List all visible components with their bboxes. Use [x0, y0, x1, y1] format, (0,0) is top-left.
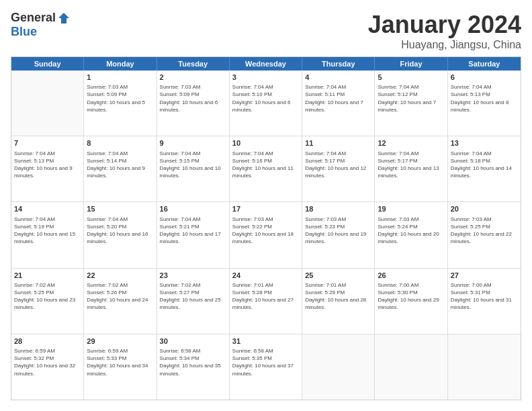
cell-info: Sunrise: 7:02 AM Sunset: 5:25 PM Dayligh… — [14, 281, 81, 312]
table-row: 31Sunrise: 6:58 AM Sunset: 5:35 PM Dayli… — [230, 334, 302, 400]
month-title: January 2024 — [368, 11, 521, 39]
header: General Blue January 2024 Huayang, Jiang… — [11, 11, 521, 51]
calendar-row: 1Sunrise: 7:03 AM Sunset: 5:09 PM Daylig… — [11, 71, 521, 136]
day-number: 17 — [232, 204, 299, 214]
table-row: 27Sunrise: 7:00 AM Sunset: 5:31 PM Dayli… — [448, 269, 521, 334]
calendar-header: Sunday Monday Tuesday Wednesday Thursday… — [11, 57, 521, 71]
calendar-row: 21Sunrise: 7:02 AM Sunset: 5:25 PM Dayli… — [11, 269, 521, 334]
calendar-row: 14Sunrise: 7:04 AM Sunset: 5:19 PM Dayli… — [11, 202, 521, 268]
cell-info: Sunrise: 7:04 AM Sunset: 5:13 PM Dayligh… — [14, 150, 81, 180]
table-row: 11Sunrise: 7:04 AM Sunset: 5:17 PM Dayli… — [302, 136, 375, 201]
table-row: 17Sunrise: 7:03 AM Sunset: 5:22 PM Dayli… — [230, 202, 302, 267]
table-row: 25Sunrise: 7:01 AM Sunset: 5:29 PM Dayli… — [302, 269, 375, 334]
cell-info: Sunrise: 7:04 AM Sunset: 5:17 PM Dayligh… — [378, 150, 444, 180]
day-number: 15 — [87, 204, 153, 214]
cell-info: Sunrise: 7:00 AM Sunset: 5:30 PM Dayligh… — [378, 281, 444, 312]
table-row: 6Sunrise: 7:04 AM Sunset: 5:13 PM Daylig… — [448, 71, 521, 136]
day-number: 3 — [232, 73, 299, 82]
cell-info: Sunrise: 7:01 AM Sunset: 5:28 PM Dayligh… — [232, 281, 299, 312]
day-number: 10 — [232, 138, 299, 148]
cell-info: Sunrise: 6:58 AM Sunset: 5:35 PM Dayligh… — [232, 347, 299, 377]
calendar: Sunday Monday Tuesday Wednesday Thursday… — [11, 56, 521, 400]
day-number: 9 — [160, 138, 226, 148]
table-row: 2Sunrise: 7:03 AM Sunset: 5:09 PM Daylig… — [157, 71, 230, 136]
day-number: 6 — [451, 73, 518, 82]
table-row — [11, 71, 84, 136]
cell-info: Sunrise: 7:04 AM Sunset: 5:21 PM Dayligh… — [160, 216, 226, 246]
table-row — [448, 334, 521, 400]
calendar-body: 1Sunrise: 7:03 AM Sunset: 5:09 PM Daylig… — [11, 71, 521, 400]
day-number: 5 — [378, 73, 444, 82]
table-row: 21Sunrise: 7:02 AM Sunset: 5:25 PM Dayli… — [11, 269, 84, 334]
day-number: 31 — [232, 336, 299, 346]
day-number: 11 — [305, 138, 371, 148]
header-thursday: Thursday — [302, 57, 375, 71]
table-row: 4Sunrise: 7:04 AM Sunset: 5:11 PM Daylig… — [302, 71, 375, 136]
table-row — [375, 334, 447, 400]
header-monday: Monday — [84, 57, 157, 71]
day-number: 4 — [305, 73, 371, 82]
page: General Blue January 2024 Huayang, Jiang… — [0, 0, 532, 411]
day-number: 28 — [14, 336, 81, 346]
cell-info: Sunrise: 7:03 AM Sunset: 5:25 PM Dayligh… — [451, 216, 518, 246]
logo-general-text: General — [11, 11, 56, 25]
cell-info: Sunrise: 7:04 AM Sunset: 5:16 PM Dayligh… — [232, 150, 299, 180]
header-wednesday: Wednesday — [230, 57, 302, 71]
table-row: 22Sunrise: 7:02 AM Sunset: 5:26 PM Dayli… — [84, 269, 157, 334]
day-number: 7 — [14, 138, 81, 148]
table-row: 19Sunrise: 7:03 AM Sunset: 5:24 PM Dayli… — [375, 202, 447, 267]
cell-info: Sunrise: 7:03 AM Sunset: 5:24 PM Dayligh… — [378, 216, 444, 246]
table-row: 1Sunrise: 7:03 AM Sunset: 5:09 PM Daylig… — [84, 71, 157, 136]
calendar-row: 28Sunrise: 6:59 AM Sunset: 5:32 PM Dayli… — [11, 334, 521, 400]
cell-info: Sunrise: 7:04 AM Sunset: 5:19 PM Dayligh… — [14, 216, 81, 246]
day-number: 21 — [14, 271, 81, 280]
logo-icon — [57, 11, 71, 25]
cell-info: Sunrise: 7:03 AM Sunset: 5:09 PM Dayligh… — [160, 83, 226, 113]
day-number: 12 — [378, 138, 444, 148]
cell-info: Sunrise: 7:04 AM Sunset: 5:13 PM Dayligh… — [451, 83, 518, 113]
day-number: 19 — [378, 204, 444, 214]
header-sunday: Sunday — [11, 57, 84, 71]
day-number: 25 — [305, 271, 371, 280]
location: Huayang, Jiangsu, China — [368, 39, 521, 51]
cell-info: Sunrise: 7:03 AM Sunset: 5:09 PM Dayligh… — [87, 83, 153, 113]
table-row: 29Sunrise: 6:59 AM Sunset: 5:33 PM Dayli… — [84, 334, 157, 400]
cell-info: Sunrise: 7:04 AM Sunset: 5:12 PM Dayligh… — [378, 83, 444, 113]
cell-info: Sunrise: 7:04 AM Sunset: 5:11 PM Dayligh… — [305, 83, 371, 113]
cell-info: Sunrise: 7:01 AM Sunset: 5:29 PM Dayligh… — [305, 281, 371, 312]
table-row: 9Sunrise: 7:04 AM Sunset: 5:15 PM Daylig… — [157, 136, 230, 201]
title-block: January 2024 Huayang, Jiangsu, China — [368, 11, 521, 51]
cell-info: Sunrise: 7:02 AM Sunset: 5:26 PM Dayligh… — [87, 281, 153, 312]
table-row: 26Sunrise: 7:00 AM Sunset: 5:30 PM Dayli… — [375, 269, 447, 334]
cell-info: Sunrise: 7:04 AM Sunset: 5:18 PM Dayligh… — [451, 150, 518, 180]
calendar-row: 7Sunrise: 7:04 AM Sunset: 5:13 PM Daylig… — [11, 136, 521, 202]
cell-info: Sunrise: 7:04 AM Sunset: 5:20 PM Dayligh… — [87, 216, 153, 246]
day-number: 18 — [305, 204, 371, 214]
day-number: 8 — [87, 138, 153, 148]
cell-info: Sunrise: 7:00 AM Sunset: 5:31 PM Dayligh… — [451, 281, 518, 312]
header-saturday: Saturday — [448, 57, 521, 71]
table-row — [302, 334, 375, 400]
day-number: 2 — [160, 73, 226, 82]
table-row: 24Sunrise: 7:01 AM Sunset: 5:28 PM Dayli… — [230, 269, 302, 334]
logo: General Blue — [11, 11, 71, 39]
cell-info: Sunrise: 7:04 AM Sunset: 5:15 PM Dayligh… — [160, 150, 226, 180]
day-number: 27 — [451, 271, 518, 280]
day-number: 24 — [232, 271, 299, 280]
table-row: 15Sunrise: 7:04 AM Sunset: 5:20 PM Dayli… — [84, 202, 157, 267]
cell-info: Sunrise: 6:59 AM Sunset: 5:33 PM Dayligh… — [87, 347, 153, 377]
cell-info: Sunrise: 6:58 AM Sunset: 5:34 PM Dayligh… — [160, 347, 226, 377]
day-number: 30 — [160, 336, 226, 346]
day-number: 26 — [378, 271, 444, 280]
logo-blue-text: Blue — [11, 25, 37, 39]
day-number: 14 — [14, 204, 81, 214]
table-row: 30Sunrise: 6:58 AM Sunset: 5:34 PM Dayli… — [157, 334, 230, 400]
table-row: 16Sunrise: 7:04 AM Sunset: 5:21 PM Dayli… — [157, 202, 230, 267]
day-number: 1 — [87, 73, 153, 82]
cell-info: Sunrise: 7:03 AM Sunset: 5:23 PM Dayligh… — [305, 216, 371, 246]
table-row: 20Sunrise: 7:03 AM Sunset: 5:25 PM Dayli… — [448, 202, 521, 267]
cell-info: Sunrise: 7:04 AM Sunset: 5:10 PM Dayligh… — [232, 83, 299, 113]
cell-info: Sunrise: 7:04 AM Sunset: 5:14 PM Dayligh… — [87, 150, 153, 180]
table-row: 5Sunrise: 7:04 AM Sunset: 5:12 PM Daylig… — [375, 71, 447, 136]
table-row: 10Sunrise: 7:04 AM Sunset: 5:16 PM Dayli… — [230, 136, 302, 201]
